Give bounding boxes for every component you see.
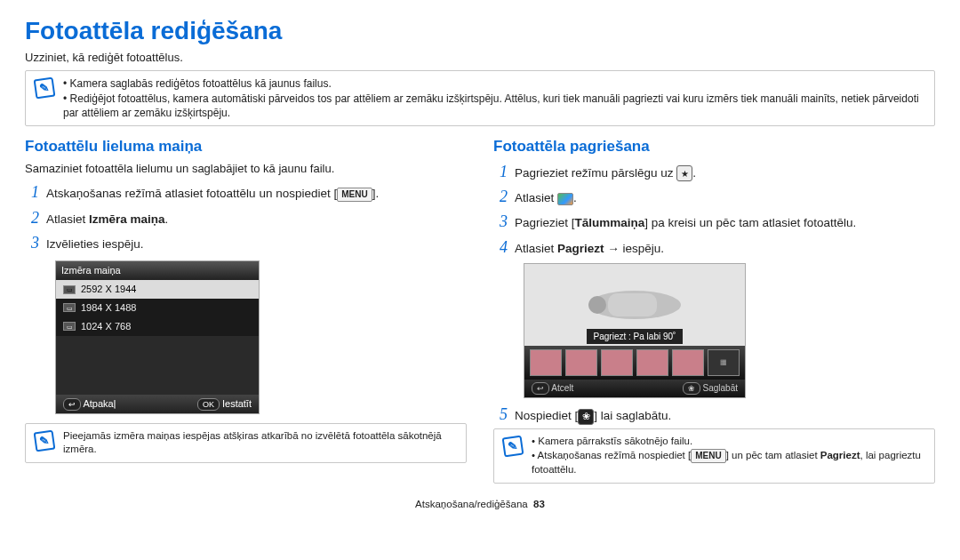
page-footer: Atskaņošana/rediģēšana 83 <box>25 498 935 512</box>
thumb <box>530 349 562 376</box>
note-icon: ✎ <box>34 429 56 452</box>
mode-dial-icon: ★ <box>676 165 692 181</box>
step-number: 2 <box>25 207 39 228</box>
resize-dialog-screenshot: Izmēra maiņa ▭2592 X 1944 ▭1984 X 1488 ▭… <box>55 260 260 414</box>
note-icon: ✎ <box>502 436 524 458</box>
top-note-item: Rediģējot fotoattēlus, kamera automātisk… <box>63 92 925 120</box>
left-step-1: Atskaņošanas režīmā atlasiet fotoattēlu … <box>46 186 379 202</box>
step-number: 1 <box>25 181 39 203</box>
right-heading: Fotoattēla pagriešana <box>493 137 935 157</box>
step-number: 3 <box>25 232 39 253</box>
right-step-1: Pagrieziet režīmu pārslēgu uz ★. <box>515 165 696 181</box>
size-option: ▭2592 X 1944 <box>56 280 259 299</box>
step-number: 5 <box>493 404 508 425</box>
menu-icon: MENU <box>691 449 725 463</box>
step-number: 1 <box>493 161 508 182</box>
note-icon: ✎ <box>34 77 56 100</box>
right-step-3: Pagrieziet [Tālummaiņa] pa kreisi un pēc… <box>515 215 856 231</box>
step-number: 2 <box>493 186 508 207</box>
right-column: Fotoattēla pagriešana 1 Pagrieziet režīm… <box>493 133 935 491</box>
thumbnail-strip: ▦ <box>524 346 745 380</box>
page-title: Fotoattēla rediģēšana <box>25 14 935 48</box>
left-desc: Samaziniet fotoattēla lielumu un saglabā… <box>25 161 467 177</box>
note-item: Kamera pārrakstīs sākotnējo failu. <box>532 435 925 449</box>
thumb <box>565 349 597 376</box>
rotated-image-placeholder <box>581 283 688 327</box>
note-item: Atskaņošanas režīmā nospiediet [MENU] un… <box>532 449 925 477</box>
thumb <box>672 349 704 376</box>
size-option: ▭1984 X 1488 <box>56 299 259 317</box>
right-step-5: Nospiediet [❀] lai saglabātu. <box>515 408 671 424</box>
left-column: Fotoattēlu lieluma maiņa Samaziniet foto… <box>25 133 467 491</box>
rotate-tooltip: Pagriezt : Pa labi 90˚ <box>587 329 684 345</box>
back-icon: ↩ <box>532 382 549 395</box>
size-icon: ▭ <box>63 303 76 312</box>
step-number: 3 <box>493 211 508 232</box>
left-step-3: Izvēlieties iespēju. <box>46 236 144 252</box>
photo-icon <box>557 193 573 205</box>
size-icon: ▭ <box>63 285 76 294</box>
step-number: 4 <box>493 236 508 258</box>
left-bottom-note: ✎ Pieejamās izmēra maiņas iespējas atšķi… <box>25 423 467 463</box>
size-option: ▭1024 X 768 <box>56 317 259 336</box>
right-step-2: Atlasiet . <box>515 190 577 206</box>
thumb: ▦ <box>708 349 740 376</box>
thumb <box>601 349 633 376</box>
left-step-2: Atlasiet Izmēra maiņa. <box>46 212 168 228</box>
thumb <box>636 349 668 376</box>
svg-rect-2 <box>608 293 657 316</box>
size-icon: ▭ <box>63 322 76 331</box>
flower-icon: ❀ <box>578 409 594 425</box>
page-subtitle: Uzziniet, kā rediģēt fotoattēlus. <box>25 50 935 66</box>
ok-icon: OK <box>197 398 220 411</box>
save-icon: ❀ <box>683 382 700 395</box>
svg-point-1 <box>588 296 606 314</box>
left-heading: Fotoattēlu lieluma maiņa <box>25 137 467 157</box>
right-step-4: Atlasiet Pagriezt → iespēju. <box>515 241 664 257</box>
top-note-item: Kamera saglabās rediģētos fotoattēlus kā… <box>63 76 925 91</box>
right-bottom-note: ✎ Kamera pārrakstīs sākotnējo failu. Ats… <box>493 428 935 483</box>
top-note-box: ✎ Kamera saglabās rediģētos fotoattēlus … <box>25 70 935 126</box>
dialog-title: Izmēra maiņa <box>56 261 259 280</box>
menu-icon: MENU <box>337 188 372 202</box>
back-icon: ↩ <box>63 398 81 411</box>
rotate-dialog-screenshot: Pagriezt : Pa labi 90˚ ▦ ↩ Atcelt ❀ Sagl… <box>524 263 746 398</box>
